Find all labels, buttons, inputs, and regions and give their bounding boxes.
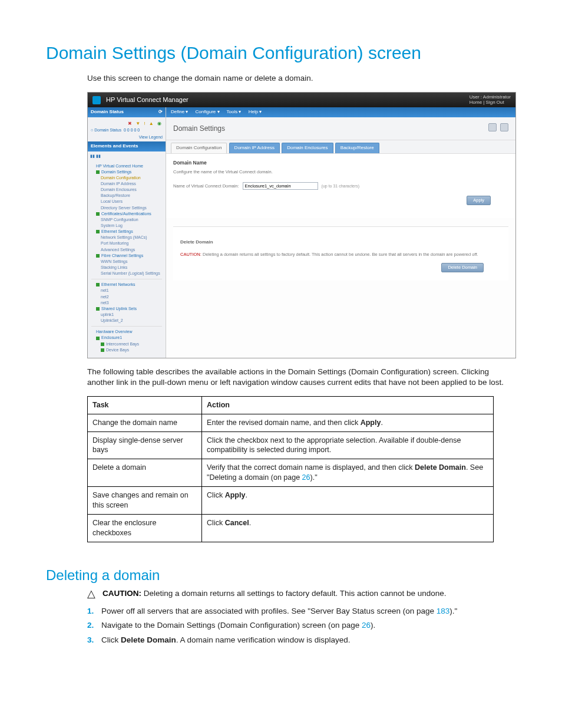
panel-heading: Domain Name <box>173 160 508 166</box>
menu-tools[interactable]: Tools ▾ <box>227 109 242 114</box>
status-square-icon <box>96 230 100 233</box>
status-square-icon <box>96 283 100 286</box>
tree-item[interactable]: uplink1 <box>101 312 162 318</box>
refresh-icon[interactable]: ⟳ <box>158 109 163 116</box>
table-row: Display single-dense server bays Click t… <box>88 431 494 459</box>
tree-item[interactable]: Domain IP Address <box>101 181 162 187</box>
hp-logo-icon <box>92 96 101 104</box>
status-square-icon <box>96 307 100 311</box>
caution-triangle-icon: △ <box>87 588 95 599</box>
caution-text: Deleting a domain returns all settings t… <box>144 589 447 598</box>
tab-domain-ip[interactable]: Domain IP Address <box>229 143 280 153</box>
tree-item[interactable]: Backup/Restore <box>101 193 162 199</box>
actions-table: Task Action Change the domain name Enter… <box>87 396 494 542</box>
tree-item[interactable]: net1 <box>101 288 162 294</box>
apply-button[interactable]: Apply <box>467 196 491 205</box>
top-menubar[interactable]: Define ▾ Configure ▾ Tools ▾ Help ▾ <box>166 107 515 117</box>
help-icon[interactable] <box>500 123 508 131</box>
delete-domain-button[interactable]: Delete Domain <box>441 263 484 272</box>
table-header-action: Action <box>202 396 494 414</box>
tree-item[interactable]: Directory Server Settings <box>101 205 162 211</box>
tree-item[interactable]: Port Monitoring <box>101 241 162 246</box>
main-tabs: Domain Configuration Domain IP Address D… <box>166 140 515 153</box>
sidebar-tabs[interactable]: ▮▮ ▮▮ <box>88 151 166 160</box>
tree-item[interactable]: Domain Settings <box>101 170 131 174</box>
delete-domain-panel: Delete Domain CAUTION: Deleting a domain… <box>173 226 508 281</box>
view-legend-link[interactable]: View Legend <box>91 134 163 140</box>
status-square-icon <box>96 212 100 216</box>
caution-label: CAUTION: <box>180 252 201 257</box>
table-row: Change the domain name Enter the revised… <box>88 414 494 431</box>
panel-heading: Delete Domain <box>180 239 501 246</box>
main-panel-title: Domain Settings <box>173 124 225 133</box>
table-row: Delete a domain Verify that the correct … <box>88 459 494 487</box>
tree-item[interactable]: Certificates/Authentications <box>101 212 151 216</box>
tree-item[interactable]: Device Bays <box>106 348 129 352</box>
app-titlebar: HP Virtual Connect Manager User : Admini… <box>88 93 515 107</box>
menu-configure[interactable]: Configure ▾ <box>196 109 220 114</box>
status-square-icon <box>96 170 100 174</box>
domain-name-input[interactable] <box>243 182 318 190</box>
tree-item[interactable]: Serial Number (Logical) Settings <box>101 271 162 276</box>
domain-name-hint: (up to 31 characters) <box>322 183 360 189</box>
tree-item[interactable]: Stacking Links <box>101 265 162 271</box>
tree-item[interactable]: Ethernet Settings <box>101 229 133 233</box>
panel-subtext: Configure the name of the Virtual Connec… <box>173 169 508 175</box>
caution-text: Deleting a domain returns all settings t… <box>203 252 478 257</box>
sidebar: Domain Status ⟳ ✖ ▼ ! ▲ ◉ ○ Domain Statu… <box>88 107 166 358</box>
sidebar-status-body: ✖ ▼ ! ▲ ◉ ○ Domain Status 0 0 0 0 0 View… <box>88 117 166 142</box>
body-paragraph: The following table describes the availa… <box>87 367 516 388</box>
table-row: Save changes and remain on this screen C… <box>88 487 494 515</box>
tree-item[interactable]: Enclosure1 <box>101 335 122 340</box>
tab-backup-restore[interactable]: Backup/Restore <box>335 143 379 153</box>
tree-item[interactable]: Interconnect Bays <box>106 342 139 346</box>
status-critical-icon: ✖ <box>128 121 133 126</box>
tree-item[interactable]: net3 <box>101 300 162 306</box>
status-square-icon <box>101 342 104 346</box>
tree-item[interactable]: HP Virtual Connect Home <box>96 163 162 169</box>
domain-name-label: Name of Virtual Connect Domain: <box>173 183 239 189</box>
page-link[interactable]: 26 <box>302 473 310 482</box>
step-item: Click Delete Domain. A domain name verif… <box>101 635 516 645</box>
tree-item[interactable]: Shared Uplink Sets <box>101 307 137 311</box>
tree-item[interactable]: Local Users <box>101 199 162 205</box>
tree-item[interactable]: WWN Settings <box>101 259 162 265</box>
menu-define[interactable]: Define ▾ <box>171 109 188 114</box>
table-row: Clear the enclosure checkboxes Click Can… <box>88 514 494 542</box>
status-warn2-icon: ! <box>144 121 146 126</box>
page-link[interactable]: 26 <box>362 621 371 630</box>
caution-label: CAUTION: <box>103 589 141 598</box>
section-heading: Deleting a domain <box>46 566 516 585</box>
print-icon[interactable] <box>488 123 497 131</box>
step-item: Navigate to the Domain Settings (Domain … <box>101 620 516 631</box>
domain-name-panel: Domain Name Configure the name of the Vi… <box>166 153 515 219</box>
tree-item[interactable]: Domain Enclosures <box>101 187 162 193</box>
step-item: Power off all servers that are associate… <box>101 606 516 617</box>
tree-item-selected[interactable]: Domain Configuration <box>101 175 162 181</box>
user-links[interactable]: User : Administrator Home | Sign Out <box>470 94 511 106</box>
table-header-task: Task <box>88 396 202 414</box>
tree-item[interactable]: System Log <box>101 223 162 229</box>
status-ok-icon: ◉ <box>157 121 163 126</box>
page-link[interactable]: 183 <box>437 607 450 615</box>
status-warn1-icon: ▼ <box>135 121 141 126</box>
page-heading: Domain Settings (Domain Configuration) s… <box>46 41 516 65</box>
status-square-icon <box>101 348 104 352</box>
menu-help[interactable]: Help ▾ <box>249 109 262 114</box>
status-square-icon <box>96 337 100 340</box>
tree-item[interactable]: Fibre Channel Settings <box>101 253 143 258</box>
tree-item[interactable]: Hardware Overview <box>96 329 162 335</box>
tree-item[interactable]: Advanced Settings <box>101 247 162 253</box>
tree-item[interactable]: Ethernet Networks <box>101 282 135 286</box>
tree-item[interactable]: SNMP Configuration <box>101 217 162 223</box>
intro-text: Use this screen to change the domain nam… <box>87 73 516 84</box>
embedded-screenshot: HP Virtual Connect Manager User : Admini… <box>87 92 516 358</box>
tree-item[interactable]: Network Settings (MACs) <box>101 235 162 241</box>
status-warn3-icon: ▲ <box>149 121 155 126</box>
status-square-icon <box>96 254 100 258</box>
tree-item[interactable]: net2 <box>101 294 162 300</box>
tree-item[interactable]: UplinkSet_2 <box>101 318 162 324</box>
tab-domain-configuration[interactable]: Domain Configuration <box>171 143 227 153</box>
tab-domain-enclosures[interactable]: Domain Enclosures <box>282 143 333 153</box>
sidebar-status-header: Domain Status ⟳ <box>88 107 166 117</box>
